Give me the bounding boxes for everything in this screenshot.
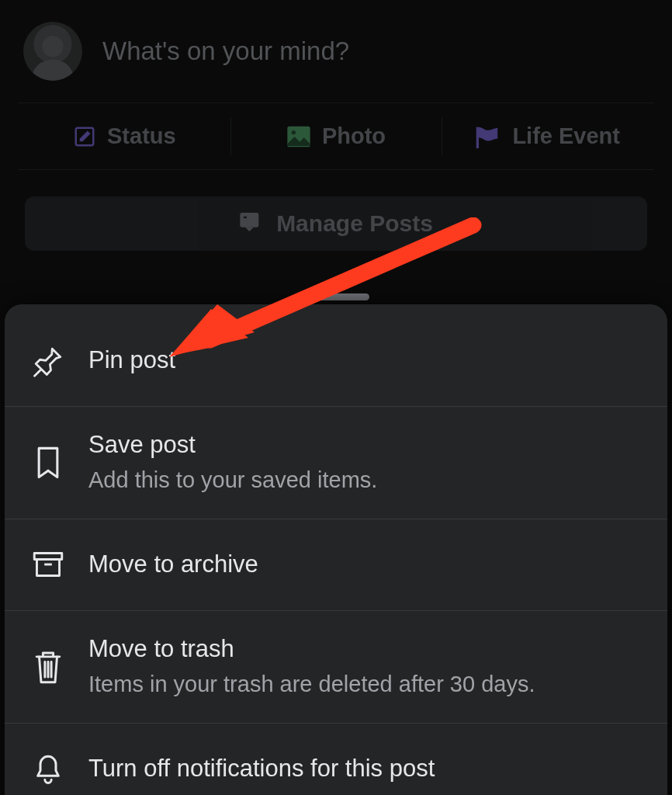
photo-icon	[286, 125, 311, 148]
pencil-square-icon	[73, 125, 96, 148]
manage-posts-icon	[239, 211, 264, 236]
status-label: Status	[107, 123, 176, 149]
svg-rect-6	[249, 216, 256, 217]
menu-item-turn-off-notifications[interactable]: Turn off notifications for this post	[5, 724, 667, 795]
trash-icon	[31, 649, 65, 685]
avatar-silhouette-icon	[26, 28, 79, 81]
menu-item-title: Pin post	[88, 345, 175, 376]
pin-icon	[31, 345, 65, 377]
composer-action-row: Status Photo Life Event	[19, 102, 653, 170]
svg-point-0	[42, 36, 63, 57]
action-sheet: Pin post Save post Add this to your save…	[5, 304, 667, 795]
menu-item-subtitle: Items in your trash are deleted after 30…	[88, 669, 535, 700]
menu-item-title: Move to archive	[88, 550, 258, 580]
menu-item-move-to-trash[interactable]: Move to trash Items in your trash are de…	[5, 611, 667, 724]
photo-label: Photo	[322, 123, 386, 149]
manage-posts-button[interactable]: Manage Posts	[25, 196, 647, 251]
menu-item-title: Turn off notifications for this post	[88, 754, 435, 784]
bookmark-icon	[31, 446, 65, 480]
status-button[interactable]: Status	[19, 103, 230, 169]
manage-posts-label: Manage Posts	[276, 210, 433, 237]
photo-button[interactable]: Photo	[230, 103, 442, 169]
archive-icon	[31, 550, 65, 579]
menu-item-title: Save post	[88, 430, 377, 460]
life-event-button[interactable]: Life Event	[442, 103, 653, 169]
menu-item-pin-post[interactable]: Pin post	[5, 315, 667, 407]
composer-area: What's on your mind? Status Photo	[0, 0, 672, 251]
svg-rect-8	[243, 222, 257, 224]
svg-rect-5	[243, 215, 248, 219]
action-sheet-menu: Pin post Save post Add this to your save…	[5, 304, 667, 795]
menu-item-subtitle: Add this to your saved items.	[88, 465, 377, 495]
menu-item-move-to-archive[interactable]: Move to archive	[5, 519, 667, 611]
avatar	[23, 22, 82, 81]
menu-item-save-post[interactable]: Save post Add this to your saved items.	[5, 407, 667, 519]
composer-placeholder: What's on your mind?	[102, 36, 349, 66]
composer-input-row[interactable]: What's on your mind?	[19, 16, 653, 102]
flag-icon	[475, 125, 501, 148]
bell-off-icon	[31, 752, 65, 786]
menu-item-title: Move to trash	[88, 634, 535, 665]
svg-point-3	[292, 130, 296, 134]
sheet-grabber[interactable]	[303, 293, 369, 300]
svg-rect-7	[249, 219, 256, 220]
life-event-label: Life Event	[512, 123, 620, 149]
